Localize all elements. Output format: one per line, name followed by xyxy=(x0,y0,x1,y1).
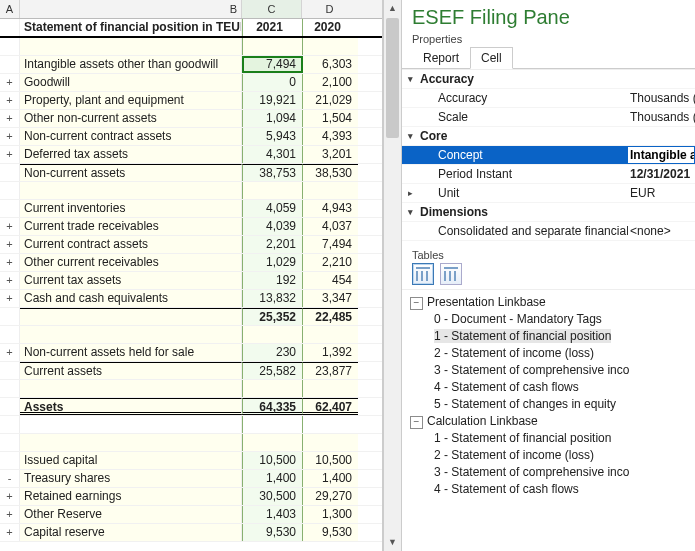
tree-root-label[interactable]: Calculation Linkbase xyxy=(427,414,538,428)
cell-value-2021[interactable]: 64,335 xyxy=(242,398,303,415)
row-label[interactable]: Non-current contract assets xyxy=(20,128,242,145)
outline-toggle[interactable]: + xyxy=(0,236,20,253)
cell-value-2020[interactable]: 3,201 xyxy=(303,146,358,163)
cell-value-2021[interactable]: 38,753 xyxy=(242,164,303,181)
cell-value-2020[interactable] xyxy=(303,416,358,433)
cell-value-2020[interactable] xyxy=(303,434,358,451)
cell-value-2021[interactable]: 5,943 xyxy=(242,128,303,145)
property-row[interactable]: ▾Dimensions xyxy=(402,203,695,222)
tree-item[interactable]: 5 - Statement of changes in equity xyxy=(426,396,689,413)
tree-item[interactable]: 1 - Statement of financial position xyxy=(426,430,689,447)
cell-value-2020[interactable]: 4,943 xyxy=(303,200,358,217)
property-row-selected[interactable]: ConceptIntangible asse xyxy=(402,146,695,165)
tree-item[interactable]: 0 - Document - Mandatory Tags xyxy=(426,311,689,328)
row-label[interactable]: Other current receivables xyxy=(20,254,242,271)
outline-toggle[interactable]: + xyxy=(0,74,20,91)
cell-value-2020[interactable]: 4,037 xyxy=(303,218,358,235)
property-row[interactable]: ScaleThousands (3) xyxy=(402,108,695,127)
sheet-row[interactable]: +Current contract assets2,2017,494 xyxy=(0,236,382,254)
sheet-row[interactable]: Non-current assets38,75338,530 xyxy=(0,164,382,182)
tree-item-label[interactable]: 4 - Statement of cash flows xyxy=(434,380,579,394)
tree-item-label[interactable]: 4 - Statement of cash flows xyxy=(434,482,579,496)
cell-value-2020[interactable]: 23,877 xyxy=(303,362,358,379)
spreadsheet[interactable]: A B C D Statement of financial position … xyxy=(0,0,383,551)
linkbase-tree[interactable]: −Presentation Linkbase0 - Document - Man… xyxy=(402,289,695,551)
year-col-c[interactable]: 2021 xyxy=(242,19,303,36)
tree-item[interactable]: 3 - Statement of comprehensive inco xyxy=(426,362,689,379)
cell-value-2020[interactable]: 9,530 xyxy=(303,524,358,541)
tree-item[interactable]: 2 - Statement of income (loss) xyxy=(426,345,689,362)
sheet-row[interactable] xyxy=(0,38,382,56)
row-label[interactable] xyxy=(20,434,242,451)
scroll-up-arrow[interactable]: ▲ xyxy=(384,0,401,17)
row-label[interactable] xyxy=(20,380,242,397)
row-label[interactable] xyxy=(20,326,242,343)
row-label[interactable]: Property, plant and equipment xyxy=(20,92,242,109)
sheet-row[interactable]: +Goodwill02,100 xyxy=(0,74,382,92)
property-row[interactable]: ▸UnitEUR xyxy=(402,184,695,203)
row-label[interactable] xyxy=(20,38,242,55)
property-row[interactable]: Period Instant12/31/2021 xyxy=(402,165,695,184)
tree-item[interactable]: 2 - Statement of income (loss) xyxy=(426,447,689,464)
sheet-row[interactable]: +Other current receivables1,0292,210 xyxy=(0,254,382,272)
sheet-row[interactable]: Issued capital10,50010,500 xyxy=(0,452,382,470)
sheet-row[interactable] xyxy=(0,434,382,452)
row-label[interactable]: Current contract assets xyxy=(20,236,242,253)
tree-item-label[interactable]: 2 - Statement of income (loss) xyxy=(434,448,594,462)
cell-value-2021[interactable] xyxy=(242,380,303,397)
cell-value-2021[interactable]: 1,094 xyxy=(242,110,303,127)
cell-value-2021[interactable]: 2,201 xyxy=(242,236,303,253)
cell-value-2020[interactable]: 7,494 xyxy=(303,236,358,253)
sheet-row[interactable]: +Other non-current assets1,0941,504 xyxy=(0,110,382,128)
tree-root-label[interactable]: Presentation Linkbase xyxy=(427,295,546,309)
tree-item-label[interactable]: 1 - Statement of financial position xyxy=(434,329,611,343)
cell-value-2020[interactable]: 6,303 xyxy=(303,56,358,73)
outline-toggle[interactable]: + xyxy=(0,506,20,523)
sheet-row[interactable]: +Non-current assets held for sale2301,39… xyxy=(0,344,382,362)
row-label[interactable]: Current tax assets xyxy=(20,272,242,289)
cell-value-2021[interactable]: 1,403 xyxy=(242,506,303,523)
sheet-row[interactable]: +Capital reserve9,5309,530 xyxy=(0,524,382,542)
cell-value-2021[interactable]: 25,352 xyxy=(242,308,303,325)
tree-item[interactable]: 4 - Statement of cash flows xyxy=(426,481,689,498)
property-value[interactable]: Thousands (-3) xyxy=(628,89,695,107)
row-label[interactable]: Issued capital xyxy=(20,452,242,469)
cell-value-2020[interactable] xyxy=(303,38,358,55)
cell-value-2021[interactable]: 4,039 xyxy=(242,218,303,235)
outline-toggle[interactable]: + xyxy=(0,524,20,541)
tree-item-label[interactable]: 2 - Statement of income (loss) xyxy=(434,346,594,360)
row-label[interactable]: Intangible assets other than goodwill xyxy=(20,56,242,73)
property-value[interactable] xyxy=(610,70,695,88)
cell-value-2020[interactable]: 3,347 xyxy=(303,290,358,307)
cell-value-2021[interactable]: 25,582 xyxy=(242,362,303,379)
row-label[interactable]: Other Reserve xyxy=(20,506,242,523)
sheet-row[interactable]: +Current tax assets192454 xyxy=(0,272,382,290)
property-row[interactable]: ▾Core xyxy=(402,127,695,146)
cell-value-2020[interactable]: 1,400 xyxy=(303,470,358,487)
cell-value-2020[interactable]: 4,393 xyxy=(303,128,358,145)
property-value[interactable]: EUR xyxy=(628,184,695,202)
tree-item-label[interactable]: 3 - Statement of comprehensive inco xyxy=(434,363,629,377)
col-header-b[interactable]: B xyxy=(20,0,242,18)
sheet-row[interactable]: +Retained earnings30,50029,270 xyxy=(0,488,382,506)
cell-value-2021[interactable]: 13,832 xyxy=(242,290,303,307)
sheet-row[interactable]: Assets64,33562,407 xyxy=(0,398,382,416)
tab-report[interactable]: Report xyxy=(412,47,470,69)
outline-toggle[interactable]: + xyxy=(0,218,20,235)
tree-root[interactable]: −Presentation Linkbase0 - Document - Man… xyxy=(410,294,689,413)
sheet-row[interactable]: Current inventories4,0594,943 xyxy=(0,200,382,218)
tree-item-label[interactable]: 0 - Document - Mandatory Tags xyxy=(434,312,602,326)
outline-toggle[interactable]: + xyxy=(0,488,20,505)
cell-value-2021[interactable]: 7,494 xyxy=(242,56,303,73)
col-header-c[interactable]: C xyxy=(242,0,302,18)
table-icon-2[interactable] xyxy=(440,263,462,285)
property-value[interactable] xyxy=(610,203,695,221)
sheet-row[interactable] xyxy=(0,416,382,434)
scroll-down-arrow[interactable]: ▼ xyxy=(384,534,401,551)
properties-grid[interactable]: ▾AccuracyAccuracyThousands (-3)ScaleThou… xyxy=(402,69,695,241)
cell-value-2021[interactable] xyxy=(242,38,303,55)
tree-item-label[interactable]: 3 - Statement of comprehensive inco xyxy=(434,465,629,479)
property-value[interactable]: <none> xyxy=(628,222,695,240)
outline-toggle[interactable]: + xyxy=(0,110,20,127)
tab-cell[interactable]: Cell xyxy=(470,47,513,69)
